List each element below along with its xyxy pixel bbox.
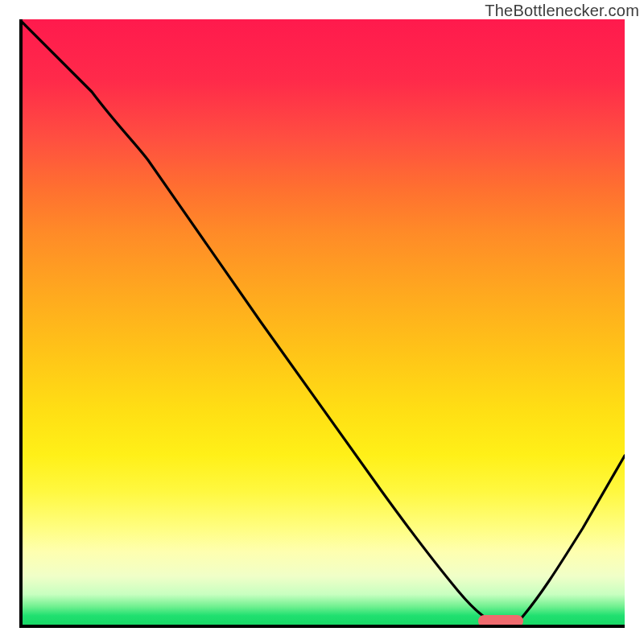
x-axis — [19, 625, 625, 628]
watermark-text: TheBottlenecker.com — [485, 2, 639, 20]
plot-gradient-background — [19, 19, 625, 625]
chart-container: TheBottlenecker.com — [0, 0, 644, 644]
y-axis — [19, 19, 23, 625]
